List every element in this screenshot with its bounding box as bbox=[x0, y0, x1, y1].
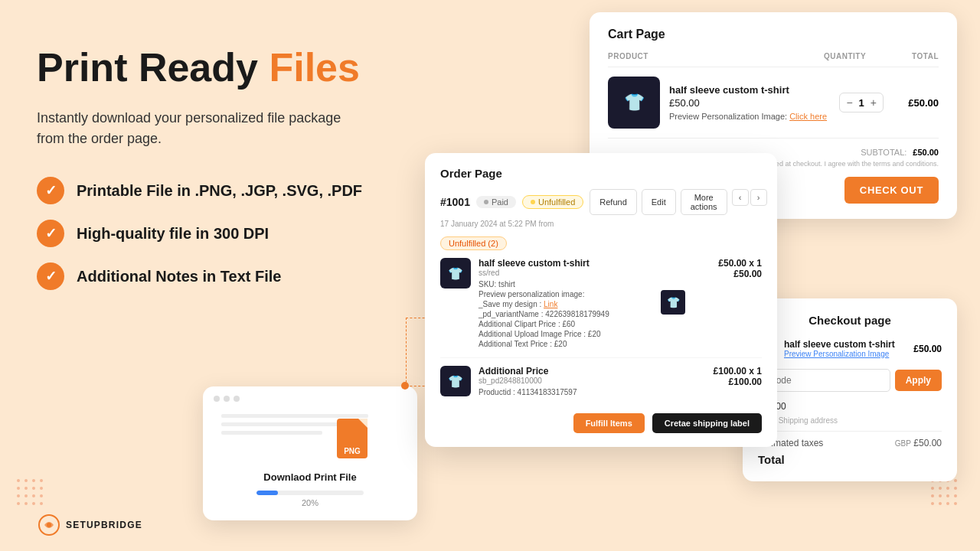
feature-text-1: Printable File in .PNG, .JGP, .SVG, .PDF bbox=[77, 182, 362, 200]
download-card: PNG Downlaod Print File 20% bbox=[203, 386, 417, 520]
variant-name-line: _pd_variantName : 422639818179949 bbox=[479, 310, 685, 318]
nav-chevrons: ‹ › bbox=[732, 189, 767, 215]
logo-bottom: SETUPBRIDGE bbox=[38, 514, 142, 536]
feature-text-2: High-quality file in 300 DPI bbox=[77, 225, 269, 243]
logo-text: SETUPBRIDGE bbox=[66, 520, 142, 530]
product-price: £50.00 bbox=[669, 97, 830, 109]
order-item-2-variant: sb_pd2848810000 bbox=[479, 377, 685, 385]
checkout-btn[interactable]: CHECK OUT bbox=[844, 177, 939, 204]
check-icon-2 bbox=[37, 220, 64, 247]
fulfill-items-btn[interactable]: Fulfill Items bbox=[573, 413, 645, 433]
checkout-title: Checkout page bbox=[758, 314, 942, 327]
discount-input[interactable] bbox=[758, 369, 890, 392]
apply-btn[interactable]: Apply bbox=[895, 370, 942, 391]
save-design-line: _Save my design : Link bbox=[479, 300, 685, 308]
order-status-bar: #1001 Paid Unfulfilled Refund Edit More … bbox=[440, 189, 762, 215]
qty-control[interactable]: − 1 + bbox=[839, 93, 884, 112]
title-black: Print Ready bbox=[37, 45, 258, 90]
subtotal-value: £50.00 bbox=[913, 148, 939, 157]
checkout-item-link[interactable]: Preview Personalization Image bbox=[784, 350, 906, 358]
check-icon-1 bbox=[37, 177, 64, 204]
cart-title: Cart Page bbox=[608, 28, 939, 41]
progress-text: 20% bbox=[302, 498, 318, 507]
setubridge-logo bbox=[38, 514, 60, 536]
feature-item-2: High-quality file in 300 DPI bbox=[37, 220, 435, 247]
cart-headers: PRODUCT QUANTITY TOTAL bbox=[608, 52, 939, 67]
checkout-subtotal-row: £50.00 bbox=[758, 401, 942, 412]
next-chevron[interactable]: › bbox=[750, 189, 767, 206]
preview-img: 👕 bbox=[661, 290, 685, 315]
check-icon-3 bbox=[37, 262, 64, 290]
order-id: #1001 bbox=[440, 196, 470, 208]
header-product: PRODUCT bbox=[608, 52, 648, 60]
order-item-1-total: £50.00 bbox=[693, 269, 762, 279]
title-orange: Files bbox=[269, 45, 360, 90]
qty-decrease-btn[interactable]: − bbox=[846, 96, 852, 109]
checkout-item-info: half sleeve custom t-shirt Preview Perso… bbox=[784, 339, 906, 358]
more-actions-btn[interactable]: More actions bbox=[681, 189, 727, 215]
file-type-label: PNG bbox=[344, 447, 361, 455]
progress-fill bbox=[256, 491, 278, 495]
order-item-2-details: Additional Price sb_pd2848810000 Product… bbox=[479, 366, 685, 398]
checkout-item-row: 1 half sleeve custom t-shirt Preview Per… bbox=[758, 339, 942, 358]
taxes-value: GBP £50.00 bbox=[895, 438, 942, 448]
order-item-2: 👕 Additional Price sb_pd2848810000 Produ… bbox=[440, 366, 762, 406]
qty-value: 1 bbox=[859, 97, 864, 109]
refund-btn[interactable]: Refund bbox=[590, 189, 636, 215]
total-label: Total bbox=[758, 453, 785, 466]
order-item-1-price-qty: £50.00 x 1 bbox=[693, 258, 762, 269]
page-title: Print Ready Files bbox=[37, 46, 435, 90]
product-name: half sleeve custom t-shirt bbox=[669, 84, 830, 96]
feature-item-3: Additional Notes in Text File bbox=[37, 262, 435, 290]
preview-text: Preview Personalization Image: bbox=[669, 112, 787, 121]
text-price-line: Additional Text Price : £20 bbox=[479, 340, 685, 348]
order-item-2-thumb: 👕 bbox=[440, 366, 471, 396]
section-unfulfilled-badge: Unfulfilled (2) bbox=[440, 236, 507, 250]
order-item-1: 👕 half sleeve custom t-shirt ss/red SKU:… bbox=[440, 258, 762, 358]
badge-paid: Paid bbox=[476, 196, 516, 208]
paid-dot bbox=[484, 200, 488, 204]
unfulfilled-dot bbox=[531, 200, 535, 204]
total-row: Total bbox=[758, 453, 942, 466]
order-card: Order Page #1001 Paid Unfulfilled Refund… bbox=[425, 153, 777, 447]
productid-line: Productid : 41134183317597 bbox=[479, 388, 685, 396]
feature-text-3: Additional Notes in Text File bbox=[77, 268, 281, 285]
preview-link[interactable]: Click here bbox=[789, 112, 827, 121]
upload-price-line: Additional Upload Image Price : £20 bbox=[479, 330, 685, 338]
create-shipping-btn[interactable]: Cretae shipping label bbox=[652, 413, 762, 433]
order-item-2-total: £100.00 bbox=[693, 377, 762, 387]
order-item-1-details: half sleeve custom t-shirt ss/red SKU: t… bbox=[479, 258, 685, 350]
clipart-price-line: Additional Clipart Price : £60 bbox=[479, 320, 685, 328]
order-item-2-name: Additional Price bbox=[479, 366, 685, 377]
checkout-divider bbox=[758, 431, 942, 432]
sku-line: SKU: tshirt bbox=[479, 280, 685, 289]
qty-increase-btn[interactable]: + bbox=[871, 96, 877, 109]
prev-chevron[interactable]: ‹ bbox=[732, 189, 749, 206]
checkout-item-price: £50.00 bbox=[913, 344, 942, 354]
svg-point-1 bbox=[47, 523, 51, 527]
subtotal-label: SUBTOTAL: bbox=[861, 148, 906, 157]
cart-item-total: £50.00 bbox=[893, 97, 939, 109]
download-title: Downlaod Print File bbox=[263, 471, 356, 483]
order-date: 17 January 2024 at 5:22 PM from bbox=[440, 220, 762, 228]
png-file-icon: PNG bbox=[337, 419, 368, 458]
header-total: TOTAL bbox=[912, 52, 939, 60]
order-action-buttons: Refund Edit More actions ‹ › bbox=[590, 189, 766, 215]
feature-item-1: Printable File in .PNG, .JGP, .SVG, .PDF bbox=[37, 177, 435, 204]
header-quantity: QUANTITY bbox=[824, 52, 866, 60]
edit-btn[interactable]: Edit bbox=[642, 189, 676, 215]
cart-product-row: 👕 half sleeve custom t-shirt £50.00 Prev… bbox=[608, 77, 939, 129]
window-dots bbox=[214, 396, 240, 402]
taxes-row: Estimated taxes GBP £50.00 bbox=[758, 438, 942, 448]
shipping-address-label: Enter Shipping address bbox=[758, 416, 942, 425]
order-item-2-price-qty: £100.00 x 1 bbox=[693, 366, 762, 377]
left-section: Print Ready Files Instantly download you… bbox=[37, 46, 435, 290]
subtitle: Instantly download your personalized fil… bbox=[37, 108, 343, 149]
feature-list: Printable File in .PNG, .JGP, .SVG, .PDF… bbox=[37, 177, 435, 290]
checkout-item-name: half sleeve custom t-shirt bbox=[784, 339, 906, 350]
order-item-1-variant: ss/red bbox=[479, 269, 685, 277]
order-footer-buttons: Fulfill Items Cretae shipping label bbox=[440, 413, 762, 433]
preview-line: Preview personalization image: 👕 bbox=[479, 290, 685, 298]
order-item-1-name: half sleeve custom t-shirt bbox=[479, 258, 685, 269]
save-link[interactable]: Link bbox=[544, 300, 557, 308]
